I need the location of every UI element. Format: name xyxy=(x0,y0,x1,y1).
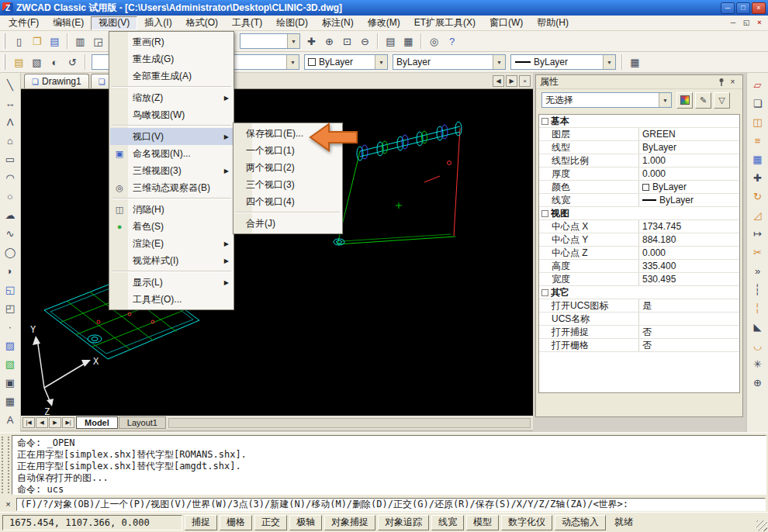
snap-toggle[interactable]: 捕捉 xyxy=(185,515,217,530)
menu-express[interactable]: ET扩展工具(X) xyxy=(407,16,483,30)
table-tool[interactable]: ▦ xyxy=(1,392,19,410)
menu-shade[interactable]: ● 着色(S) xyxy=(110,218,233,235)
horizontal-scrollbar[interactable] xyxy=(168,418,531,428)
gradient-tool[interactable]: ▧ xyxy=(1,354,19,373)
menu-modify[interactable]: 修改(M) xyxy=(361,16,407,30)
chevron-down-icon[interactable]: ▼ xyxy=(375,55,387,69)
menu-regen-all[interactable]: 全部重生成(A) xyxy=(110,67,233,85)
menu-toolbars[interactable]: 工具栏(O)... xyxy=(110,291,233,308)
mtext-tool[interactable]: A xyxy=(1,410,19,429)
revision-cloud-tool[interactable]: ☁ xyxy=(1,206,19,224)
mdi-restore-button[interactable]: ◱ xyxy=(740,17,752,28)
chamfer-tool[interactable]: ◣ xyxy=(749,317,767,336)
menu-visual-styles[interactable]: 视觉样式(I) xyxy=(110,252,233,269)
tablet-toggle[interactable]: 数字化仪 xyxy=(501,515,552,530)
mirror-tool[interactable]: ◫ xyxy=(749,112,767,131)
lineweight-toggle[interactable]: 线宽 xyxy=(431,515,464,530)
toggle-pickadd-button[interactable] xyxy=(676,92,693,109)
make-current-layer-button[interactable]: ◐ xyxy=(46,54,64,71)
menu-insert[interactable]: 插入(I) xyxy=(137,16,178,30)
menu-window[interactable]: 窗口(W) xyxy=(483,16,530,30)
ortho-toggle[interactable]: 正交 xyxy=(254,515,287,530)
minimize-button[interactable]: ─ xyxy=(721,2,735,14)
prop-height[interactable]: 高度 335.400 xyxy=(539,260,739,273)
prop-snap-on[interactable]: 打开捕捉 否 xyxy=(539,326,739,339)
layer-properties-button[interactable]: ▤ xyxy=(10,54,28,71)
ellipse-arc-tool[interactable]: ◗ xyxy=(1,261,19,280)
prop-center-y[interactable]: 中心点 Y 884.180 xyxy=(539,233,739,247)
select-objects-button[interactable]: ✎ xyxy=(695,92,711,109)
mdi-minimize-button[interactable]: ─ xyxy=(727,17,739,28)
print-preview-button[interactable]: ◲ xyxy=(89,33,107,50)
grid-toggle[interactable]: 栅格 xyxy=(220,515,252,530)
circle-tool[interactable]: ○ xyxy=(1,187,19,206)
zoom-previous-button[interactable]: ⊖ xyxy=(356,33,374,50)
menu-draw[interactable]: 绘图(D) xyxy=(269,16,315,30)
prop-linetype-scale[interactable]: 线型比例 1.000 xyxy=(539,154,739,168)
close-button[interactable]: × xyxy=(752,2,766,14)
fillet-tool[interactable]: ◡ xyxy=(749,336,767,354)
prop-center-x[interactable]: 中心点 X 1734.745 xyxy=(539,220,739,233)
pin-icon[interactable] xyxy=(715,77,727,88)
chevron-down-icon[interactable]: ▼ xyxy=(493,55,505,69)
prop-ucs-name[interactable]: UCS名称 xyxy=(539,313,739,326)
menu-edit[interactable]: 编辑(E) xyxy=(46,16,91,30)
close-icon[interactable]: × xyxy=(727,77,739,88)
menu-two-viewports[interactable]: 两个视口(2) xyxy=(234,159,341,176)
next-doc-tab-button[interactable]: ▶ xyxy=(506,75,517,87)
style-dropdown[interactable]: ▼ xyxy=(240,33,300,49)
erase-tool[interactable]: ▱ xyxy=(749,75,767,94)
prev-doc-tab-button[interactable]: ◀ xyxy=(493,75,504,87)
menu-help[interactable]: 帮助(H) xyxy=(530,16,576,30)
find-button[interactable]: ◎ xyxy=(425,33,443,50)
prop-lineweight[interactable]: 线宽 ByLayer xyxy=(539,194,739,207)
layer-previous-button[interactable]: ↺ xyxy=(64,54,81,71)
chevron-down-icon[interactable]: ▼ xyxy=(659,93,671,107)
menu-display[interactable]: 显示(L) xyxy=(110,274,233,291)
line-tool[interactable]: ╲ xyxy=(1,75,19,94)
menu-aerial-view[interactable]: 鸟瞰视图(W) xyxy=(110,106,233,123)
mdi-close-button[interactable]: × xyxy=(753,17,766,28)
break-point-tool[interactable]: ┆ xyxy=(749,280,767,299)
menu-named-views[interactable]: ▣ 命名视图(N)... xyxy=(110,145,233,162)
plot-style-button[interactable]: ▦ xyxy=(626,54,644,71)
prev-layout-button[interactable]: ◀ xyxy=(36,417,48,428)
menu-tools[interactable]: 工具(T) xyxy=(225,16,269,30)
prop-width[interactable]: 宽度 530.495 xyxy=(539,273,739,286)
rotate-tool[interactable]: ↻ xyxy=(749,187,767,206)
scale-tool[interactable]: ◿ xyxy=(749,206,767,224)
plot-button[interactable]: ▥ xyxy=(71,33,89,50)
spline-tool[interactable]: ∿ xyxy=(1,224,19,243)
menu-render[interactable]: 渲染(E) xyxy=(110,235,233,252)
properties-palette-button[interactable]: ▤ xyxy=(382,33,400,50)
menu-join-viewports[interactable]: 合并(J) xyxy=(234,215,341,232)
prop-layer[interactable]: 图层 GREEN xyxy=(539,128,739,141)
menu-dimension[interactable]: 标注(N) xyxy=(315,16,361,30)
prop-center-z[interactable]: 中心点 Z 0.000 xyxy=(539,247,739,260)
layer-states-button[interactable]: ▧ xyxy=(28,54,46,71)
move-tool[interactable]: ✚ xyxy=(749,168,767,187)
menu-viewports[interactable]: 视口(V) xyxy=(110,128,233,145)
quick-select-button[interactable]: ▽ xyxy=(714,92,730,109)
new-file-button[interactable]: ▯ xyxy=(10,33,28,50)
command-window-grip[interactable] xyxy=(2,437,9,493)
polygon-tool[interactable]: ⌂ xyxy=(1,131,19,150)
rectangle-tool[interactable]: ▭ xyxy=(1,150,19,168)
chevron-down-icon[interactable]: ▼ xyxy=(286,55,299,69)
lineweight-dropdown[interactable]: ByLayer ▼ xyxy=(510,54,616,70)
group-view[interactable]: 视图 xyxy=(539,207,739,220)
ellipse-tool[interactable]: ◯ xyxy=(1,243,19,261)
doc-tab-drawing1[interactable]: ❏ Drawing1 xyxy=(24,74,89,88)
color-dropdown[interactable]: ByLayer ▼ xyxy=(304,54,388,70)
menu-zoom[interactable]: 缩放(Z) xyxy=(110,89,233,106)
menu-four-viewports[interactable]: 四个视口(4) xyxy=(234,193,341,210)
menu-hide[interactable]: ◫ 消隐(H) xyxy=(110,201,233,218)
point-tool[interactable]: · xyxy=(1,317,19,336)
group-basic[interactable]: 基本 xyxy=(539,115,739,128)
maximize-button[interactable]: □ xyxy=(736,2,750,14)
zoom-realtime-button[interactable]: ⊕ xyxy=(320,33,338,50)
open-file-button[interactable]: ❐ xyxy=(28,33,46,50)
resize-grip[interactable] xyxy=(756,520,767,531)
command-input[interactable]: (F)/?/对象(OB)/上一个(P)/视图(V)/世界(W)/3点(3)/新建… xyxy=(16,498,766,511)
model-tab[interactable]: Model xyxy=(76,416,118,429)
